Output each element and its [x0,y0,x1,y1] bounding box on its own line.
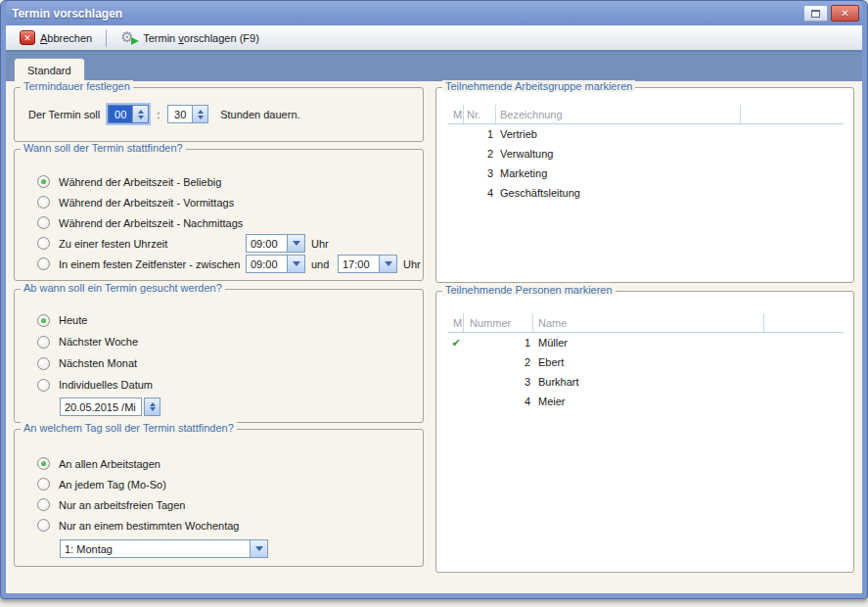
window-title: Termin vorschlagen [12,7,803,21]
workgroup-row[interactable]: ✔ 2 Verwaltung [448,144,853,163]
radio-icon [37,519,50,532]
radio-individual-date[interactable]: Individuelles Datum [15,374,423,396]
hours-spinner[interactable]: 00 [108,105,149,123]
hours-value[interactable]: 00 [109,106,132,122]
radio-icon [37,478,50,490]
radio-icon [37,237,50,250]
person-row[interactable]: ✔ 3 Burkhart [448,372,853,392]
group-duration: Termindauer festlegen Der Termin soll 00… [14,87,424,142]
duration-suffix-label: Stunden dauern. [220,109,299,120]
header-cell-name: Name [533,313,764,332]
close-button[interactable]: ✕ [831,5,859,22]
window-buttons: ✕ [803,5,859,22]
right-column: Teilnehmende Arbeitsgruppe markieren M N… [435,84,854,591]
duration-prefix-label: Der Termin soll [28,109,100,120]
spin-down-icon [138,116,144,119]
group-when: Wann soll der Termin stattfinden? Währen… [14,149,424,281]
maximize-icon [811,10,820,18]
workgroup-row[interactable]: ✔ 3 Marketing [448,163,853,183]
radio-next-month[interactable]: Nächsten Monat [15,352,423,374]
date-spin-buttons[interactable] [144,397,160,416]
radio-icon [37,314,50,327]
workgroup-row[interactable]: ✔ 1 Vertrieb [448,124,853,144]
toolbar: ✕ Abbrechen ⚙ Termin vorschlagen (F9) [6,25,862,52]
titlebar: Termin vorschlagen ✕ [6,1,862,25]
left-column: Termindauer festlegen Der Termin soll 00… [14,84,424,591]
workgroup-row[interactable]: ✔ 4 Geschäftsleitung [448,183,853,203]
minutes-spin-buttons[interactable] [192,106,207,122]
window-mid-label: und [311,258,329,270]
chevron-down-icon [293,261,300,266]
group-workgroups-title: Teilnehmende Arbeitsgruppe markieren [442,80,635,92]
group-day: An welchem Tag soll der Termin stattfind… [14,429,424,567]
weekday-combo[interactable]: 1: Montag [60,539,268,558]
header-cell-nr: Nr. [464,105,496,123]
person-row[interactable]: ✔ 4 Meier [448,392,853,411]
radio-icon [37,457,50,470]
dialog-window: Termin vorschlagen ✕ ✕ Abbrechen ⚙ Termi… [0,0,868,599]
persons-table: M Nummer Name ✔ 1 Müller ✔ 2 [436,292,853,411]
spin-up-icon [198,110,204,114]
group-day-title: An welchem Tag soll der Termin stattfind… [21,422,237,434]
hours-spin-buttons[interactable] [132,106,148,122]
header-cell-bezeichnung: Bezeichnung [496,105,741,123]
header-cell-m: M [448,105,464,123]
radio-icon [37,175,50,188]
spin-up-icon [150,402,156,406]
radio-fixed-time[interactable]: Zu einer festen Uhrzeit 09:00 Uhr [15,233,423,254]
radio-free-days[interactable]: Nur an arbeitsfreien Tagen [15,494,423,515]
gear-icon: ⚙ [120,29,138,46]
window-start-combo[interactable]: 09:00 [246,255,305,273]
duration-row: Der Termin soll 00 : 30 Stunden dauern. [15,88,423,123]
radio-worktime-morning[interactable]: Während der Arbeitszeit - Vormittags [15,192,423,212]
dialog-frame: ✕ Abbrechen ⚙ Termin vorschlagen (F9) St… [6,25,862,593]
tab-standard[interactable]: Standard [14,58,85,81]
toolbar-separator [106,29,107,47]
group-when-title: Wann soll der Termin stattfinden? [21,142,186,154]
radio-time-window[interactable]: In einem festen Zeitfenster - zwischen 0… [15,254,423,274]
group-persons: Teilnehmende Personen markieren M Nummer… [435,291,854,573]
tab-strip: Standard [6,52,862,81]
person-row[interactable]: ✔ 1 Müller [448,333,853,352]
duration-colon: : [157,109,160,120]
radio-every-day[interactable]: An jedem Tag (Mo-So) [15,474,423,494]
radio-today[interactable]: Heute [15,309,423,331]
group-start-title: Ab wann soll ein Termin gesucht werden? [21,282,225,294]
radio-all-workdays[interactable]: An allen Arbeitstagen [15,453,423,474]
check-icon: ✔ [451,337,460,349]
fixed-time-suffix: Uhr [311,238,329,250]
header-cell-spacer [764,313,844,332]
cancel-button[interactable]: ✕ Abbrechen [14,28,98,47]
workgroup-table: M Nr. Bezeichnung ✔ 1 Vertrieb ✔ 2 [436,88,853,203]
header-cell-spacer [741,105,844,123]
person-row[interactable]: ✔ 2 Ebert [448,352,853,372]
window-end-combo[interactable]: 17:00 [338,255,397,273]
date-field-row: 20.05.2015 /Mi [60,397,423,416]
cancel-button-label: Abbrechen [40,32,92,44]
combo-arrow-button[interactable] [250,540,267,557]
spin-down-icon [198,116,204,119]
radio-next-week[interactable]: Nächster Woche [15,331,423,352]
radio-icon [37,257,50,270]
chevron-down-icon [255,546,263,551]
window-suffix: Uhr [403,258,421,270]
combo-arrow-button[interactable] [379,256,396,272]
radio-icon [37,336,50,349]
radio-icon [37,498,50,511]
minutes-spinner[interactable]: 30 [167,105,208,123]
date-input[interactable]: 20.05.2015 /Mi [60,397,142,416]
minutes-value[interactable]: 30 [168,106,192,122]
radio-specific-weekday[interactable]: Nur an einem bestimmten Wochentag [15,515,423,536]
radio-worktime-afternoon[interactable]: Während der Arbeitszeit - Nachmittags [15,212,423,233]
propose-appointment-button[interactable]: ⚙ Termin vorschlagen (F9) [114,27,265,48]
fixed-time-combo[interactable]: 09:00 [246,234,305,253]
propose-button-label: Termin vorschlagen (F9) [143,32,259,44]
combo-arrow-button[interactable] [287,256,304,272]
radio-worktime-any[interactable]: Während der Arbeitszeit - Beliebig [15,171,423,192]
tab-standard-label: Standard [27,65,71,76]
group-workgroups: Teilnehmende Arbeitsgruppe markieren M N… [435,87,854,283]
maximize-button[interactable] [803,5,828,22]
dialog-content: Termindauer festlegen Der Termin soll 00… [6,81,862,591]
combo-arrow-button[interactable] [287,235,304,252]
radio-icon [37,196,50,209]
